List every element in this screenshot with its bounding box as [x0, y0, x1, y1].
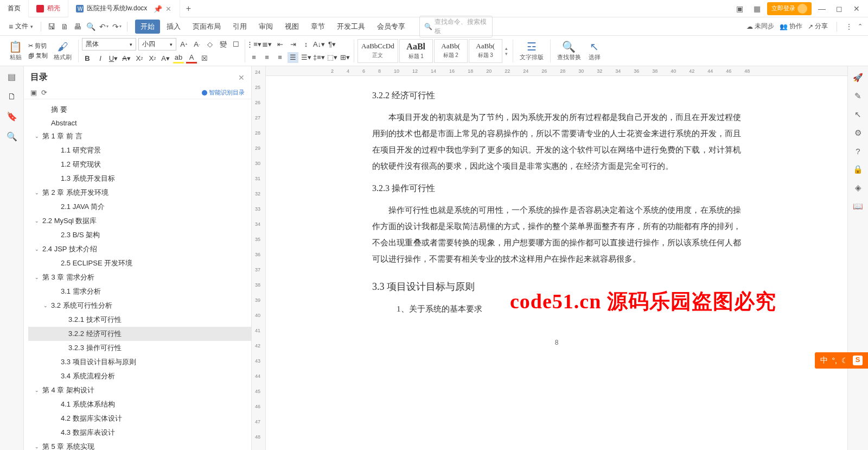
- border-icon[interactable]: ⊞▾: [340, 52, 350, 63]
- bookmark-icon[interactable]: 🔖: [7, 111, 17, 122]
- toc-item[interactable]: Abstract: [28, 117, 251, 129]
- toc-item[interactable]: ⌄第 4 章 架构设计: [28, 383, 251, 397]
- text-layout-group[interactable]: ☲文字排版: [516, 40, 547, 61]
- underline-icon[interactable]: U▾: [108, 53, 119, 64]
- increase-font-icon[interactable]: A+: [178, 39, 189, 50]
- font-color-icon[interactable]: A: [186, 53, 197, 64]
- decrease-font-icon[interactable]: A-: [192, 39, 202, 50]
- highlight-icon[interactable]: ab: [173, 53, 184, 64]
- menu-tab-6[interactable]: 章节: [305, 20, 330, 34]
- font-size-select[interactable]: 小四▾: [138, 38, 176, 50]
- align-left-icon[interactable]: ≡: [248, 52, 259, 63]
- menu-tab-7[interactable]: 开发工具: [331, 20, 371, 34]
- print-preview-icon[interactable]: 🔍: [85, 21, 97, 33]
- clear-format-icon[interactable]: ◇: [205, 39, 215, 50]
- strike-icon[interactable]: A▾: [121, 53, 132, 64]
- toc-level-icon[interactable]: ▣: [30, 88, 37, 97]
- bullet-list-icon[interactable]: ⋮≡▾: [248, 39, 259, 50]
- italic-icon[interactable]: I: [95, 53, 106, 64]
- layout-icon[interactable]: ▣: [732, 2, 746, 16]
- font-name-select[interactable]: 黑体▾: [82, 38, 136, 50]
- select-group[interactable]: ↖选择: [585, 40, 604, 61]
- tab-document[interactable]: W 医院挂号系统lw.docx 📌 ✕: [68, 0, 180, 17]
- toc-item[interactable]: 2.3 B/S 架构: [28, 228, 251, 242]
- style-gallery[interactable]: AaBbCcDd正文AaBl标题 1AaBb(标题 2AaBb(标题 3: [358, 39, 502, 63]
- text-direction-icon[interactable]: ↕: [301, 39, 311, 50]
- tab-close-icon[interactable]: ✕: [164, 5, 172, 12]
- align-right-icon[interactable]: ≡: [275, 52, 285, 63]
- diamond-icon[interactable]: ◈: [855, 183, 861, 193]
- file-menu[interactable]: ≡文件▾: [5, 22, 36, 31]
- toc-item[interactable]: 1.2 研究现状: [28, 157, 251, 172]
- toc-item[interactable]: 1.3 系统开发目标: [28, 172, 251, 186]
- book-icon[interactable]: 📖: [853, 201, 863, 211]
- decrease-indent-icon[interactable]: ⇤: [275, 39, 285, 50]
- distribute-icon[interactable]: ☰▾: [301, 52, 311, 63]
- maximize-icon[interactable]: ◻: [832, 2, 846, 16]
- more-icon[interactable]: ⋮: [846, 23, 852, 30]
- tab-shell[interactable]: 稻壳: [29, 0, 68, 17]
- style-item-3[interactable]: AaBb(标题 3: [469, 39, 502, 63]
- toc-item[interactable]: 3.4 系统流程分析: [28, 369, 251, 383]
- number-list-icon[interactable]: ≣▾: [261, 39, 272, 50]
- toc-item[interactable]: ⌄2.2 MySql 数据库: [28, 214, 251, 228]
- superscript-icon[interactable]: X2: [134, 53, 145, 64]
- rocket-icon[interactable]: 🚀: [853, 73, 863, 83]
- style-item-2[interactable]: AaBb(标题 2: [434, 39, 468, 63]
- undo-icon[interactable]: ↶: [98, 21, 110, 33]
- formatpaint-group[interactable]: 🖌格式刷: [50, 41, 75, 61]
- subscript-icon[interactable]: X2: [147, 53, 158, 64]
- toc-item[interactable]: 3.2.1 技术可行性: [28, 313, 251, 327]
- find-replace-group[interactable]: 🔍查找替换: [554, 40, 584, 61]
- toc-smart-detect[interactable]: 智能识别目录: [202, 88, 245, 97]
- line-spacing-icon[interactable]: ‡≡▾: [314, 52, 324, 63]
- tab-pin-icon[interactable]: 📌: [154, 5, 161, 12]
- document-scroll[interactable]: 2468101214161820222426283032343638404244…: [266, 66, 847, 450]
- toc-item[interactable]: ⌄3.2 系统可行性分析: [28, 299, 251, 313]
- sort-icon[interactable]: A↓▾: [314, 39, 324, 50]
- char-border-icon[interactable]: ☐: [231, 39, 241, 50]
- menu-tab-5[interactable]: 视图: [279, 20, 304, 34]
- toc-close-icon[interactable]: ✕: [238, 73, 245, 82]
- style-item-0[interactable]: AaBbCcDd正文: [358, 39, 398, 63]
- menu-tab-4[interactable]: 审阅: [253, 20, 278, 34]
- lock-icon[interactable]: 🔒: [853, 164, 863, 174]
- style-scroll-down-icon[interactable]: ▾: [505, 51, 508, 56]
- toc-item[interactable]: 1.1 研究背景: [28, 143, 251, 157]
- close-window-icon[interactable]: ✕: [850, 2, 864, 16]
- minimize-icon[interactable]: —: [815, 2, 829, 16]
- redo-icon[interactable]: ↷: [111, 21, 123, 33]
- toc-item[interactable]: 3.3 项目设计目标与原则: [28, 355, 251, 369]
- cut-button[interactable]: ✂ 剪切: [27, 41, 49, 50]
- command-search[interactable]: 🔍 查找命令、搜索模板: [419, 16, 493, 37]
- text-effect-icon[interactable]: A▾: [160, 53, 171, 64]
- paste-group[interactable]: 📋粘贴: [5, 40, 25, 61]
- bold-icon[interactable]: B: [82, 53, 93, 64]
- collab-button[interactable]: 👥 协作: [780, 22, 802, 31]
- menu-tab-3[interactable]: 引用: [227, 20, 252, 34]
- shading-icon[interactable]: ⬚▾: [327, 52, 337, 63]
- pen-icon[interactable]: ✎: [854, 91, 861, 101]
- increase-indent-icon[interactable]: ⇥: [288, 39, 298, 50]
- toc-item[interactable]: ⌄第 3 章 需求分析: [28, 270, 251, 284]
- pinyin-icon[interactable]: 變: [218, 39, 228, 50]
- ime-indicator[interactable]: 中 °, ☾ S: [815, 352, 869, 369]
- settings-icon[interactable]: ⚙: [854, 128, 861, 138]
- toc-item[interactable]: 摘 要: [28, 103, 251, 117]
- align-center-icon[interactable]: ≡: [261, 52, 272, 63]
- toc-item[interactable]: 4.1 系统体系结构: [28, 397, 251, 411]
- toc-item[interactable]: 3.2.3 操作可行性: [28, 341, 251, 355]
- expand-icon[interactable]: ⌃: [858, 23, 863, 30]
- toc-item[interactable]: ⌄第 2 章 系统开发环境: [28, 186, 251, 200]
- toc-item[interactable]: 4.3 数据库表设计: [28, 426, 251, 440]
- outline-icon[interactable]: ▤: [8, 72, 16, 82]
- tab-home[interactable]: 首页: [0, 0, 29, 17]
- menu-tab-8[interactable]: 会员专享: [372, 20, 411, 34]
- toc-item[interactable]: ⌄第 1 章 前 言: [28, 129, 251, 143]
- share-button[interactable]: ↗ 分享: [808, 22, 828, 31]
- toc-item[interactable]: 4.2 数据库实体设计: [28, 411, 251, 426]
- saveas-icon[interactable]: 🗎: [59, 21, 71, 33]
- print-icon[interactable]: 🖶: [72, 21, 84, 33]
- char-shading-icon[interactable]: ☒: [199, 53, 210, 64]
- menu-tab-2[interactable]: 页面布局: [187, 20, 226, 34]
